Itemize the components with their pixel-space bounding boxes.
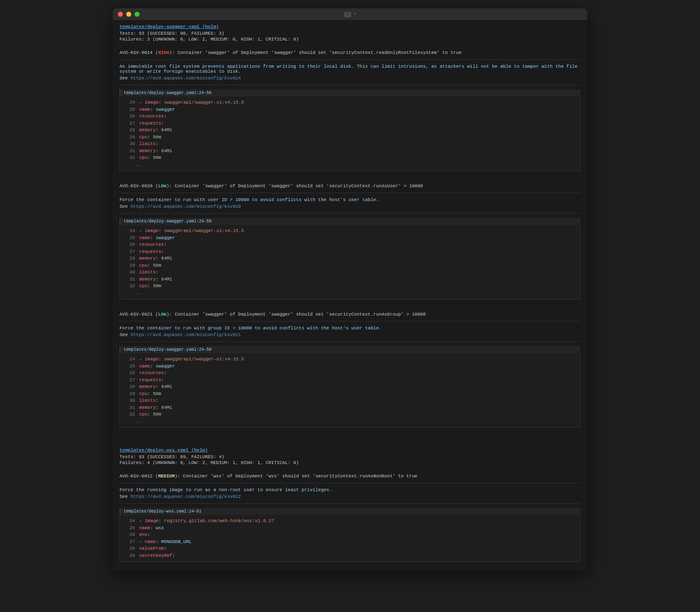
alert-line-ksv021: AVD-KSV-0021 (LOW): Container 'swagger' … [120, 312, 580, 317]
divider-ksv012-1 [120, 483, 580, 483]
terminal-content[interactable]: templates/deploy-swagger.yaml (helm) Tes… [113, 20, 587, 571]
failures-summary-swagger: Failures: 3 (UNKNOWN: 0, LOW: 2, MEDIUM:… [120, 37, 580, 42]
code-line-ksv021-24: 24 - image: swaggerapi/swagger-ui:v4.15.… [120, 356, 580, 363]
code-line-ksv012-24: 24 - image: registry.gitlab.com/web-hook… [120, 518, 580, 525]
window-title: ⬛ ~ [344, 12, 356, 17]
alert-id-ksv014: AVD-KSV-0014 ( [120, 50, 158, 55]
code-line-ksv012-28: 28 valueFrom: [120, 545, 580, 552]
section-swagger: templates/deploy-swagger.yaml (helm) Tes… [120, 24, 580, 428]
alert-line-ksv014: AVD-KSV-0014 (HIGH): Container 'swagger'… [120, 50, 580, 55]
code-line-ksv012-27: 27 - name: MONGODB_URL [120, 538, 580, 546]
code-line-ksv014-30: 30 limits: [120, 140, 580, 148]
code-line-ksv014-26: 26 resources: [120, 113, 580, 120]
alert-message-ksv020: Container 'swagger' of Deployment 'swagg… [175, 184, 423, 189]
see-ksv020: See https://avd.aquasec.com/misconfig/ks… [120, 204, 580, 209]
alert-id-ksv020: AVD-KSV-0020 ( [120, 184, 158, 189]
code-line-ksv020-29: 29 cpu: 50m [120, 262, 580, 269]
code-line-ksv014-25: 25 name: swagger [120, 106, 580, 113]
severity-high-ksv014: HIGH [158, 50, 169, 55]
link-ksv012[interactable]: https://avd.aquasec.com/misconfig/ksv012 [130, 494, 241, 499]
code-line-ksv020-31: 31 memory: 64Mi [120, 276, 580, 283]
alert-line-ksv012: AVD-KSV-0012 (MEDIUM): Container 'wss' o… [120, 474, 580, 479]
code-line-ksv014-28: 28 memory: 64Mi [120, 127, 580, 134]
file-header-wss: templates/deploy-wss.yaml (helm) [120, 448, 580, 453]
code-line-ksv021-ellipsis: .. [120, 418, 580, 425]
divider-ksv020-2 [120, 213, 580, 214]
minimize-button[interactable] [126, 12, 131, 17]
failures-summary-wss: Failures: 4 (UNKNOWN: 0, LOW: 2, MEDIUM:… [120, 460, 580, 465]
see-ksv012: See https://avd.aquasec.com/misconfig/ks… [120, 494, 580, 499]
divider-ksv021-1 [120, 321, 580, 321]
code-block-ksv012: 24 - image: registry.gitlab.com/web-hook… [120, 515, 580, 562]
code-line-ksv020-ellipsis: .. [120, 290, 580, 297]
code-header-ksv020: templates/deploy-swagger.yaml:24-50 [120, 218, 580, 225]
divider-ksv014-1 [120, 59, 580, 60]
alert-ksv021: AVD-KSV-0021 (LOW): Container 'swagger' … [120, 312, 580, 428]
code-header-ksv012: templates/deploy-wss.yaml:24-61 [120, 508, 580, 515]
code-line-ksv014-32: 32 cpu: 50m [120, 154, 580, 161]
alert-message-ksv014: Container 'swagger' of Deployment 'swagg… [178, 50, 462, 55]
alert-id-ksv021: AVD-KSV-0021 ( [120, 312, 158, 317]
code-line-ksv021-28: 28 memory: 64Mi [120, 383, 580, 390]
divider-ksv014-2 [120, 85, 580, 85]
alert-message-ksv012: Container 'wss' of Deployment 'wss' shou… [183, 474, 417, 479]
code-line-ksv020-26: 26 resources: [120, 241, 580, 248]
code-line-ksv021-32: 32 cpu: 50m [120, 411, 580, 418]
close-button[interactable] [118, 12, 123, 17]
code-header-ksv021: templates/deploy-swagger.yaml:24-50 [120, 346, 580, 353]
link-ksv020[interactable]: https://avd.aquasec.com/misconfig/ksv020 [130, 204, 241, 209]
code-line-ksv014-ellipsis: .. [120, 161, 580, 168]
code-line-ksv020-24: 24 - image: swaggerapi/swagger-ui:v4.15.… [120, 227, 580, 235]
alert-ksv012: AVD-KSV-0012 (MEDIUM): Container 'wss' o… [120, 474, 580, 562]
code-block-ksv020: 24 - image: swaggerapi/swagger-ui:v4.15.… [120, 225, 580, 299]
titlebar: ⬛ ~ [113, 8, 587, 20]
description-ksv021: Force the container to run with group ID… [120, 326, 580, 331]
code-line-ksv021-26: 26 resources: [120, 370, 580, 377]
description-ksv014: An immutable root file system prevents a… [120, 64, 580, 74]
link-ksv014[interactable]: https://avd.aquasec.com/misconfig/ksv014 [130, 76, 241, 81]
code-block-ksv021: 24 - image: swaggerapi/swagger-ui:v4.15.… [120, 353, 580, 428]
severity-low-ksv020: LOW [158, 184, 166, 189]
description-ksv012: Force the running image to run as a non-… [120, 487, 580, 492]
alert-line-ksv020: AVD-KSV-0020 (LOW): Container 'swagger' … [120, 184, 580, 189]
code-line-ksv020-28: 28 memory: 64Mi [120, 255, 580, 262]
alert-ksv014: AVD-KSV-0014 (HIGH): Container 'swagger'… [120, 50, 580, 171]
tab-icon: ⬛ [344, 12, 351, 17]
title-text: ~ [354, 12, 356, 17]
code-line-ksv021-25: 25 name: swagger [120, 363, 580, 370]
code-line-ksv020-27: 27 requests: [120, 248, 580, 255]
divider-ksv020-1 [120, 193, 580, 193]
code-line-ksv014-31: 31 memory: 64Mi [120, 148, 580, 155]
alert-message-ksv021: Container 'swagger' of Deployment 'swagg… [175, 312, 426, 317]
description-ksv020: Force the container to run with user ID … [120, 197, 580, 202]
maximize-button[interactable] [135, 12, 140, 17]
code-block-ksv014: 24 - image: swaggerapi/swagger-ui:v4.15.… [120, 97, 580, 171]
alert-id-ksv012: AVD-KSV-0012 ( [120, 474, 158, 479]
link-ksv021[interactable]: https://avd.aquasec.com/misconfig/ksv021 [130, 332, 241, 337]
code-line-ksv020-25: 25 name: swagger [120, 235, 580, 242]
alert-ksv020: AVD-KSV-0020 (LOW): Container 'swagger' … [120, 184, 580, 299]
see-ksv014: See https://avd.aquasec.com/misconfig/ks… [120, 76, 580, 81]
code-line-ksv014-27: 27 requests: [120, 120, 580, 127]
severity-low-ksv021: LOW [158, 312, 166, 317]
code-line-ksv020-32: 32 cpu: 50m [120, 283, 580, 290]
terminal-window: ⬛ ~ templates/deploy-swagger.yaml (helm)… [113, 8, 587, 571]
see-ksv021: See https://avd.aquasec.com/misconfig/ks… [120, 332, 580, 337]
tests-summary-wss: Tests: 93 (SUCCESSES: 89, FAILURES: 4) [120, 454, 580, 459]
code-header-ksv014: templates/deploy-swagger.yaml:24-50 [120, 89, 580, 97]
file-header-swagger: templates/deploy-swagger.yaml (helm) [120, 24, 580, 29]
code-line-ksv021-30: 30 limits: [120, 397, 580, 404]
severity-medium-ksv012: MEDIUM [158, 474, 175, 479]
code-line-ksv021-31: 31 memory: 64Mi [120, 404, 580, 411]
code-line-ksv012-29: 29 secretKeyRef: [120, 552, 580, 559]
code-line-ksv014-29: 29 cpu: 50m [120, 134, 580, 141]
code-line-ksv012-26: 26 env: [120, 531, 580, 538]
code-line-ksv012-25: 25 name: wss [120, 525, 580, 532]
divider-ksv012-2 [120, 503, 580, 504]
divider-ksv021-2 [120, 342, 580, 342]
code-line-ksv014-24: 24 - image: swaggerapi/swagger-ui:v4.15.… [120, 99, 580, 106]
tests-summary-swagger: Tests: 93 (SUCCESSES: 90, FAILURES: 3) [120, 31, 580, 36]
code-line-ksv021-29: 29 cpu: 50m [120, 390, 580, 398]
code-line-ksv021-27: 27 requests: [120, 377, 580, 384]
code-line-ksv020-30: 30 limits: [120, 269, 580, 276]
